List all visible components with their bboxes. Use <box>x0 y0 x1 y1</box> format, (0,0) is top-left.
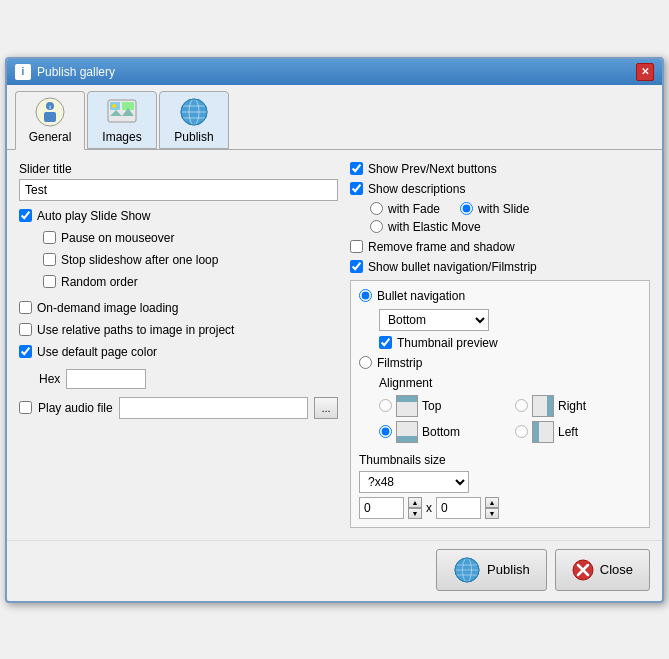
thumb-y-input[interactable] <box>436 497 481 519</box>
bullet-filmstrip-group: Bullet navigation Bottom Top Left Right … <box>350 280 650 528</box>
play-audio-label: Play audio file <box>38 401 113 415</box>
use-default-color-label: Use default page color <box>37 345 157 359</box>
auto-play-checkbox[interactable] <box>19 209 32 222</box>
align-left-radio[interactable] <box>515 425 528 438</box>
left-panel: Slider title Auto play Slide Show Pause … <box>19 162 338 528</box>
thumbnail-preview-label: Thumbnail preview <box>397 336 498 350</box>
align-bottom-label: Bottom <box>422 425 460 439</box>
publish-tab-icon <box>178 96 210 128</box>
filmstrip-sub: Alignment Top <box>379 376 641 443</box>
thumb-x-input[interactable] <box>359 497 404 519</box>
publish-button-label: Publish <box>487 562 530 577</box>
tab-general-label: General <box>29 130 72 144</box>
filmstrip-radio[interactable] <box>359 356 372 369</box>
align-top-option: Top <box>379 395 505 417</box>
hex-row: Hex <box>39 369 338 389</box>
remove-frame-label: Remove frame and shadow <box>368 240 515 254</box>
remove-frame-row: Remove frame and shadow <box>350 240 650 254</box>
stop-loop-row: Stop slideshow after one loop <box>43 253 338 267</box>
thumbnail-preview-row: Thumbnail preview <box>379 336 641 350</box>
spin-y-up[interactable]: ▲ <box>485 497 499 508</box>
tab-images-label: Images <box>102 130 141 144</box>
use-relative-row: Use relative paths to image in project <box>19 323 338 337</box>
dialog-title: Publish gallery <box>37 65 115 79</box>
show-prev-next-label: Show Prev/Next buttons <box>368 162 497 176</box>
thumbnails-section: Thumbnails size ?x48 48x? 48x48 ▲ ▼ <box>359 453 641 519</box>
stop-loop-checkbox[interactable] <box>43 253 56 266</box>
images-tab-icon <box>106 96 138 128</box>
show-bullet-checkbox[interactable] <box>350 260 363 273</box>
use-relative-checkbox[interactable] <box>19 323 32 336</box>
filmstrip-label: Filmstrip <box>377 356 422 370</box>
align-right-radio[interactable] <box>515 399 528 412</box>
tab-publish[interactable]: Publish <box>159 91 229 149</box>
bullet-nav-label: Bullet navigation <box>377 289 465 303</box>
spin-x-up[interactable]: ▲ <box>408 497 422 508</box>
with-slide-label: with Slide <box>478 202 529 216</box>
close-button[interactable]: Close <box>555 549 650 591</box>
pause-mouseover-checkbox[interactable] <box>43 231 56 244</box>
with-fade-row: with Fade <box>370 202 440 216</box>
random-order-checkbox[interactable] <box>43 275 56 288</box>
auto-play-label: Auto play Slide Show <box>37 209 150 223</box>
filmstrip-row: Filmstrip <box>359 356 641 370</box>
align-left-option: Left <box>515 421 641 443</box>
show-descriptions-checkbox[interactable] <box>350 182 363 195</box>
show-bullet-label: Show bullet navigation/Filmstrip <box>368 260 537 274</box>
thumbnail-preview-checkbox[interactable] <box>379 336 392 349</box>
with-fade-radio[interactable] <box>370 202 383 215</box>
spin-y-down[interactable]: ▼ <box>485 508 499 519</box>
show-descriptions-label: Show descriptions <box>368 182 465 196</box>
slider-title-input[interactable] <box>19 179 338 201</box>
dialog-footer: Publish Close <box>7 540 662 601</box>
slider-title-label: Slider title <box>19 162 338 176</box>
thumb-y-spinner[interactable]: ▲ ▼ <box>485 497 499 519</box>
align-top-radio[interactable] <box>379 399 392 412</box>
show-prev-next-checkbox[interactable] <box>350 162 363 175</box>
thumb-size-row: ?x48 48x? 48x48 <box>359 471 641 493</box>
thumb-x-spinner[interactable]: ▲ ▼ <box>408 497 422 519</box>
browse-button[interactable]: ... <box>314 397 338 419</box>
tab-images[interactable]: Images <box>87 91 157 149</box>
align-top-label: Top <box>422 399 441 413</box>
on-demand-checkbox[interactable] <box>19 301 32 314</box>
show-bullet-row: Show bullet navigation/Filmstrip <box>350 260 650 274</box>
use-default-color-checkbox[interactable] <box>19 345 32 358</box>
align-bottom-option: Bottom <box>379 421 505 443</box>
slider-title-section: Slider title <box>19 162 338 201</box>
align-right-option: Right <box>515 395 641 417</box>
remove-frame-checkbox[interactable] <box>350 240 363 253</box>
use-default-color-row: Use default page color <box>19 345 338 359</box>
thumb-size-select[interactable]: ?x48 48x? 48x48 <box>359 471 469 493</box>
audio-file-input[interactable] <box>119 397 308 419</box>
bullet-nav-radio[interactable] <box>359 289 372 302</box>
hex-label: Hex <box>39 372 60 386</box>
alignment-grid: Top Right <box>379 395 641 443</box>
with-slide-radio[interactable] <box>460 202 473 215</box>
with-elastic-row: with Elastic Move <box>370 220 650 234</box>
publish-button[interactable]: Publish <box>436 549 547 591</box>
descriptions-sub: with Fade with Slide with Elastic Move <box>370 202 650 234</box>
pause-mouseover-label: Pause on mouseover <box>61 231 174 245</box>
hex-input[interactable] <box>66 369 146 389</box>
random-order-row: Random order <box>43 275 338 289</box>
with-elastic-radio[interactable] <box>370 220 383 233</box>
tab-general[interactable]: i General <box>15 91 85 150</box>
spin-x-down[interactable]: ▼ <box>408 508 422 519</box>
align-bottom-radio[interactable] <box>379 425 392 438</box>
dialog-icon: i <box>15 64 31 80</box>
title-close-button[interactable]: ✕ <box>636 63 654 81</box>
title-bar-left: i Publish gallery <box>15 64 115 80</box>
publish-gallery-dialog: i Publish gallery ✕ i General Images <box>5 57 664 603</box>
with-slide-row: with Slide <box>460 202 529 216</box>
svg-rect-2 <box>44 112 56 122</box>
publish-globe-icon <box>453 556 481 584</box>
play-audio-checkbox[interactable] <box>19 401 32 414</box>
audio-row: Play audio file ... <box>19 397 338 419</box>
show-prev-next-row: Show Prev/Next buttons <box>350 162 650 176</box>
bottom-select[interactable]: Bottom Top Left Right <box>379 309 489 331</box>
on-demand-row: On-demand image loading <box>19 301 338 315</box>
on-demand-label: On-demand image loading <box>37 301 178 315</box>
use-relative-label: Use relative paths to image in project <box>37 323 234 337</box>
thumbnails-size-label: Thumbnails size <box>359 453 641 467</box>
